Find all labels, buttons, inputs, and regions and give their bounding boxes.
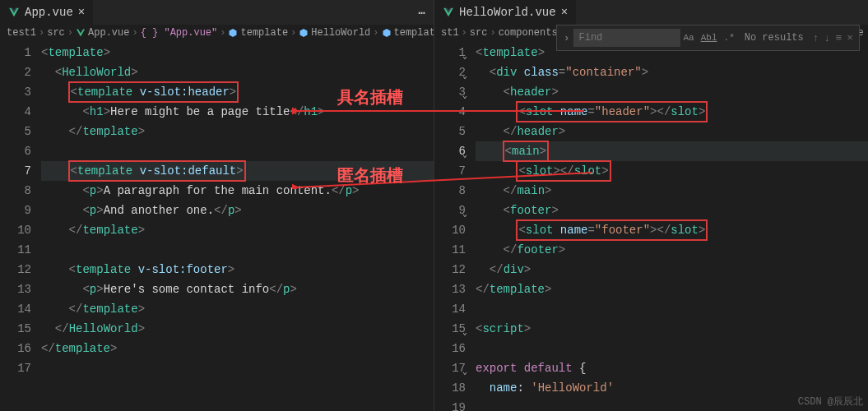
annotation-anon-slot: 匿名插槽 <box>337 164 403 187</box>
close-icon[interactable]: × <box>78 6 85 19</box>
tab-bar: HelloWorld.vue × <box>434 0 868 25</box>
named-slot-footer: <slot name="footer"></slot> <box>517 220 707 240</box>
line-gutter: 1 2 3 4 5 6 7 8 9 10 11 12 13 14 15 16 1… <box>0 41 41 411</box>
left-editor-pane: App.vue × ⋯ test1› src› App.vue› { } "Ap… <box>0 0 434 411</box>
line-gutter: 1⌄ 2⌄ 3⌄ 4 5 6⌄ 7 8 9⌄ 10 11 12 13 14 15… <box>434 41 476 411</box>
tab-helloworld-vue[interactable]: HelloWorld.vue × <box>434 0 576 25</box>
named-slot-header: <slot name="header"></slot> <box>517 102 707 122</box>
watermark: CSDN @辰辰北 <box>798 395 863 409</box>
tab-label: App.vue <box>25 6 73 19</box>
editor-area[interactable]: 1⌄ 2⌄ 3⌄ 4 5 6⌄ 7 8 9⌄ 10 11 12 13 14 15… <box>434 41 868 411</box>
right-editor-pane: HelloWorld.vue × st1› src› components› H… <box>434 0 868 411</box>
default-slot: <slot></slot> <box>517 161 610 181</box>
default-slot-template: <template v-slot:default> <box>69 161 245 181</box>
annotation-named-slot: 具名插槽 <box>337 86 403 109</box>
vue-icon <box>443 7 454 18</box>
tab-bar: App.vue × ⋯ <box>0 0 434 25</box>
cube-icon <box>228 28 238 38</box>
main-element: <main> <box>504 141 548 161</box>
vue-icon <box>8 7 20 18</box>
vue-icon <box>76 28 86 38</box>
tab-label: HelloWorld.vue <box>459 6 556 19</box>
cube-icon <box>299 28 309 38</box>
tab-app-vue[interactable]: App.vue × <box>0 0 93 25</box>
cube-icon <box>382 28 392 38</box>
named-slot-template: <template v-slot:header> <box>69 82 239 102</box>
close-icon[interactable]: × <box>561 6 568 19</box>
breadcrumb[interactable]: test1› src› App.vue› { } "App.vue"› temp… <box>0 25 434 41</box>
code-area[interactable]: <template> <div class="container"> <head… <box>476 41 868 411</box>
more-icon[interactable]: ⋯ <box>411 6 434 20</box>
